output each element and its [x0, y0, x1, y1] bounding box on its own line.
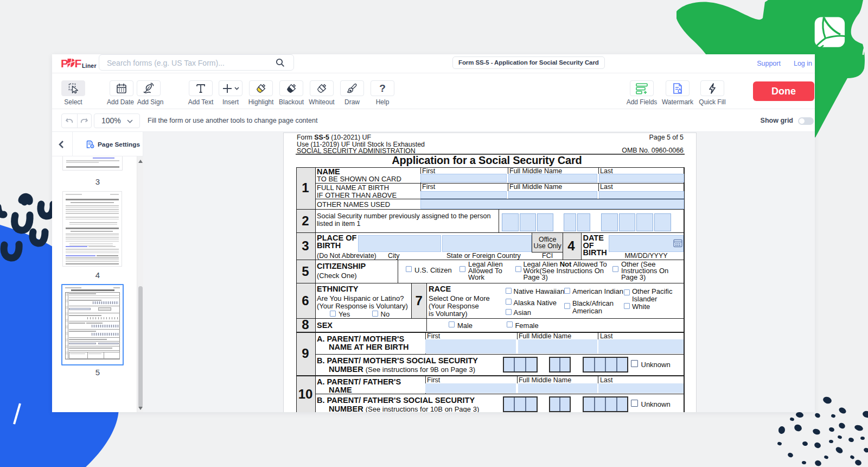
svg-text:?: ?	[379, 83, 386, 94]
svg-text:F: F	[75, 57, 82, 70]
svg-text:Liner: Liner	[82, 62, 97, 69]
svg-text:P: P	[61, 57, 68, 70]
